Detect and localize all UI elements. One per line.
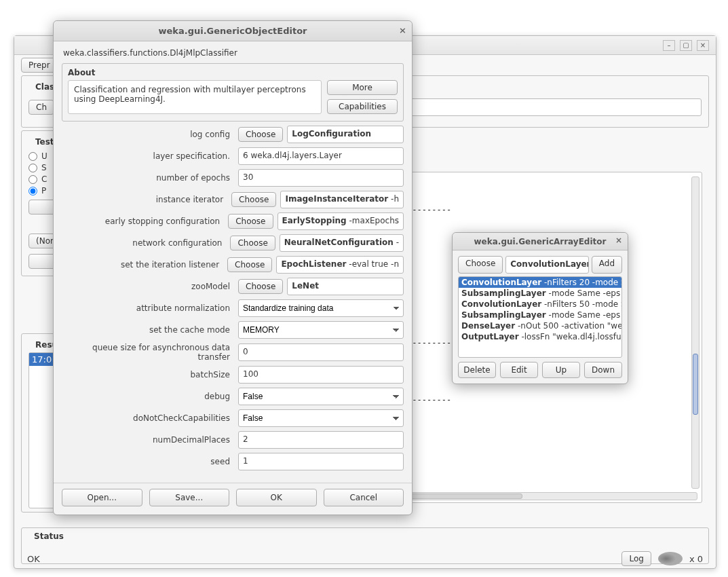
close-icon[interactable]: × <box>399 25 406 35</box>
array-dialog-title: weka.gui.GenericArrayEditor × <box>453 233 628 250</box>
maximize-button[interactable]: ▢ <box>680 40 692 51</box>
minimize-button[interactable]: – <box>663 40 675 51</box>
label-do-not-check-capabilities: doNotCheckCapabilities <box>62 413 238 423</box>
value-early-stopping[interactable]: EarlyStopping -maxEpochs <box>277 212 404 230</box>
tab-preprocess[interactable]: Prepr <box>21 58 58 73</box>
label-network-config: network configuration <box>62 238 230 248</box>
run-count: x 0 <box>689 554 703 564</box>
value-network-config[interactable]: NeuralNetConfiguration - <box>280 234 404 252</box>
select-cache-mode[interactable]: MEMORY <box>238 321 404 339</box>
ok-button[interactable]: OK <box>236 489 317 506</box>
label-attribute-normalization: attribute normalization <box>62 303 238 313</box>
choose-zoo[interactable]: Choose <box>238 279 283 294</box>
about-label: About <box>68 68 398 77</box>
value-seed[interactable]: 1 <box>238 453 404 470</box>
choose-iterator[interactable]: Choose <box>231 192 276 207</box>
array-list[interactable]: ConvolutionLayer -nFilters 20 -mode SaSu… <box>458 276 622 358</box>
value-num-decimal-places[interactable]: 2 <box>238 431 404 449</box>
label-seed: seed <box>62 457 238 466</box>
array-choose-button[interactable]: Choose <box>458 256 503 274</box>
label-epochs: number of epochs <box>62 173 238 183</box>
log-button[interactable]: Log <box>621 551 651 566</box>
more-button[interactable]: More <box>327 80 398 95</box>
status-text: OK <box>27 554 40 564</box>
label-layer-spec: layer specification. <box>62 151 238 161</box>
label-num-decimal-places: numDecimalPlaces <box>62 435 238 445</box>
value-epochs[interactable]: 30 <box>238 169 404 187</box>
array-item[interactable]: ConvolutionLayer -nFilters 20 -mode Sa <box>459 277 621 288</box>
save-button[interactable]: Save... <box>149 489 230 506</box>
label-zoo-model: zooModel <box>62 282 238 291</box>
value-iterator[interactable]: ImageInstanceIterator -h <box>280 191 404 208</box>
array-item[interactable]: OutputLayer -lossFn "weka.dl4j.lossfun <box>459 331 621 342</box>
array-item[interactable]: SubsamplingLayer -mode Same -eps 1 <box>459 310 621 320</box>
value-listener[interactable]: EpochListener -eval true -n <box>276 256 404 274</box>
close-icon[interactable]: × <box>615 236 622 245</box>
close-button[interactable]: × <box>697 40 709 51</box>
choose-early-stopping[interactable]: Choose <box>228 214 273 229</box>
label-cache-mode: set the cache mode <box>62 325 238 335</box>
cancel-button[interactable]: Cancel <box>324 489 404 506</box>
select-normalization[interactable]: Standardize training data <box>238 299 404 317</box>
class-name: weka.classifiers.functions.Dl4jMlpClassi… <box>62 47 404 63</box>
select-debug[interactable]: False <box>238 388 404 405</box>
about-text: Classification and regression with multi… <box>68 80 322 114</box>
choose-classifier-button[interactable]: Ch <box>28 100 54 115</box>
capabilities-button[interactable]: Capabilities <box>327 99 398 114</box>
open-button[interactable]: Open... <box>62 489 142 506</box>
array-down-button[interactable]: Down <box>584 362 622 378</box>
array-up-button[interactable]: Up <box>542 362 580 378</box>
choose-log-config[interactable]: Choose <box>238 127 283 142</box>
array-item[interactable]: SubsamplingLayer -mode Same -eps 1 <box>459 288 621 299</box>
choose-listener[interactable]: Choose <box>227 257 272 272</box>
array-current[interactable]: ConvolutionLayer -n <box>505 256 588 274</box>
label-batch-size: batchSize <box>62 370 238 379</box>
array-add-button[interactable]: Add <box>592 256 622 274</box>
value-layer-spec[interactable]: 6 weka.dl4j.layers.Layer <box>238 147 404 165</box>
label-early-stopping: early stopping configuration <box>62 217 228 226</box>
array-item[interactable]: DenseLayer -nOut 500 -activation "weka <box>459 320 621 331</box>
generic-array-editor-dialog: weka.gui.GenericArrayEditor × Choose Con… <box>452 232 628 384</box>
dialog-title: weka.gui.GenericObjectEditor × <box>54 21 412 41</box>
value-queue-size[interactable]: 0 <box>238 343 404 361</box>
label-log-config: log config <box>62 130 238 139</box>
value-log-config[interactable]: LogConfiguration <box>287 126 404 143</box>
choose-network-config[interactable]: Choose <box>230 236 275 250</box>
label-iteration-listener: set the iteration listener <box>62 260 227 269</box>
select-dncc[interactable]: False <box>238 409 404 427</box>
status-group-title: Status <box>31 532 66 541</box>
array-edit-button[interactable]: Edit <box>500 362 538 378</box>
array-item[interactable]: ConvolutionLayer -nFilters 50 -mode Sa <box>459 299 621 310</box>
value-zoo[interactable]: LeNet <box>287 278 404 295</box>
generic-object-editor-dialog: weka.gui.GenericObjectEditor × weka.clas… <box>53 20 413 515</box>
value-batch-size[interactable]: 100 <box>238 366 404 384</box>
label-queue-size: queue size for asynchronous data transfe… <box>62 343 238 362</box>
weka-bird-icon <box>658 552 683 565</box>
about-box: About Classification and regression with… <box>62 63 404 122</box>
label-debug: debug <box>62 392 238 401</box>
output-scrollbar-vertical[interactable] <box>691 176 700 489</box>
array-delete-button[interactable]: Delete <box>458 362 496 378</box>
label-instance-iterator: instance iterator <box>62 195 231 204</box>
